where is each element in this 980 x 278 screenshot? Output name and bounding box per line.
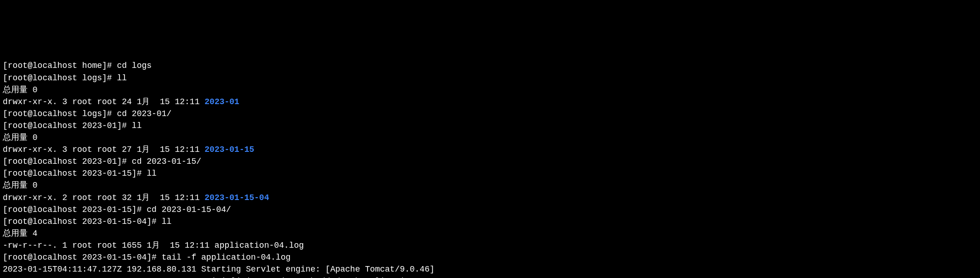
shell-prompt: [root@localhost 2023-01-15]# <box>3 169 147 178</box>
shell-prompt: [root@localhost 2023-01-15]# <box>3 205 147 214</box>
shell-prompt: [root@localhost 2023-01-15-04]# <box>3 253 162 262</box>
ls-entry-prefix: drwxr-xr-x. 3 root root 24 1月 15 12:11 <box>3 97 204 106</box>
directory-name: 2023-01 <box>204 97 239 106</box>
shell-prompt: [root@localhost logs]# <box>3 73 117 83</box>
shell-prompt: [root@localhost 2023-01]# <box>3 121 132 130</box>
total-line: 总用量 0 <box>3 133 38 142</box>
ls-entry-prefix: drwxr-xr-x. 2 root root 32 1月 15 12:11 <box>3 193 204 202</box>
shell-prompt: [root@localhost 2023-01-15-04]# <box>3 217 162 226</box>
shell-command: ll <box>147 169 157 178</box>
directory-name: 2023-01-15-04 <box>204 193 269 202</box>
shell-prompt: [root@localhost logs]# <box>3 109 117 118</box>
shell-command: ll <box>162 217 172 226</box>
directory-name: 2023-01-15 <box>204 145 254 154</box>
shell-prompt: [root@localhost 2023-01]# <box>3 157 132 166</box>
shell-prompt: [root@localhost home]# <box>3 61 117 70</box>
shell-command: cd 2023-01/ <box>117 109 171 118</box>
shell-command: cd logs <box>117 61 152 70</box>
shell-command: cd 2023-01-15/ <box>132 157 201 166</box>
shell-command: tail -f application-04.log <box>162 253 291 262</box>
shell-command: ll <box>117 73 127 83</box>
terminal-output[interactable]: [root@localhost home]# cd logs [root@loc… <box>0 60 980 278</box>
shell-command: ll <box>132 121 142 130</box>
ls-file-entry: -rw-r--r--. 1 root root 1655 1月 15 12:11… <box>3 241 304 250</box>
total-line: 总用量 0 <box>3 85 38 95</box>
ls-entry-prefix: drwxr-xr-x. 3 root root 27 1月 15 12:11 <box>3 145 204 154</box>
shell-command: cd 2023-01-15-04/ <box>147 205 231 214</box>
total-line: 总用量 0 <box>3 181 38 190</box>
total-line: 总用量 4 <box>3 229 38 238</box>
log-line: 2023-01-15T04:11:47.127Z 192.168.80.131 … <box>3 265 435 274</box>
